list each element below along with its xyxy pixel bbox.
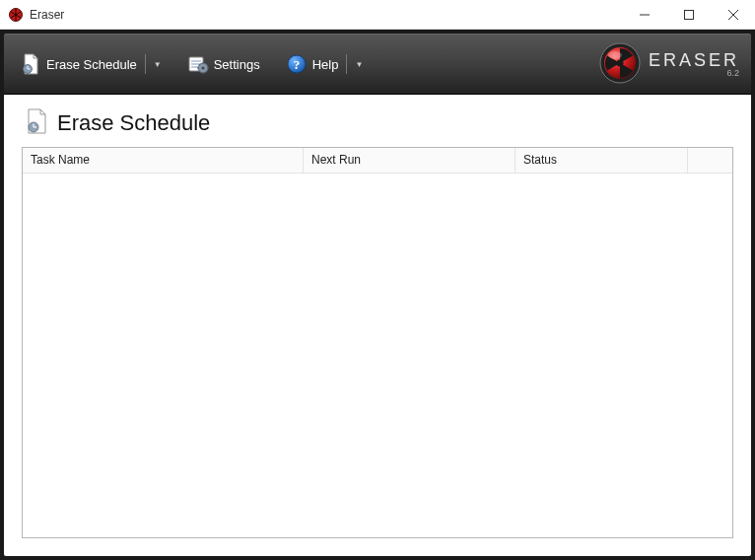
brand-version: 6.2 <box>649 69 739 78</box>
svg-line-20 <box>206 64 207 65</box>
svg-point-13 <box>201 67 204 70</box>
brand: ERASER 6.2 <box>599 42 739 87</box>
svg-text:?: ? <box>293 57 300 72</box>
app-icon <box>8 7 24 23</box>
content-area: Erase Schedule Task Name Next Run Status <box>4 95 751 556</box>
page-header: Erase Schedule <box>22 108 733 137</box>
close-button[interactable] <box>711 0 755 29</box>
column-spacer <box>688 148 732 173</box>
window-controls <box>622 0 755 29</box>
window-title: Eraser <box>30 8 64 22</box>
svg-point-27 <box>608 51 622 59</box>
help-icon: ? <box>286 53 308 75</box>
svg-line-19 <box>206 71 207 72</box>
settings-button[interactable]: Settings <box>183 47 264 81</box>
erase-schedule-label: Erase Schedule <box>46 57 137 72</box>
erase-schedule-icon <box>20 53 41 75</box>
erase-schedule-button[interactable]: Erase Schedule ▼ <box>16 47 166 81</box>
schedule-table: Task Name Next Run Status <box>22 147 733 538</box>
maximize-button[interactable] <box>666 0 711 29</box>
table-body[interactable] <box>23 174 732 537</box>
page-title: Erase Schedule <box>57 110 210 136</box>
settings-icon <box>187 53 209 75</box>
brand-name: ERASER <box>649 51 739 69</box>
dropdown-icon[interactable]: ▼ <box>355 60 363 69</box>
brand-logo-icon <box>599 42 641 87</box>
help-label: Help <box>312 57 339 72</box>
titlebar: Eraser <box>0 0 755 30</box>
column-status[interactable]: Status <box>515 148 688 173</box>
help-button[interactable]: ? Help ▼ <box>282 47 368 81</box>
minimize-button[interactable] <box>622 0 666 29</box>
toolbar: Erase Schedule ▼ <box>4 34 751 95</box>
settings-label: Settings <box>214 57 260 72</box>
page-title-icon <box>26 108 47 137</box>
dropdown-icon[interactable]: ▼ <box>154 60 162 69</box>
svg-point-26 <box>616 59 623 66</box>
svg-rect-2 <box>684 10 693 19</box>
column-next-run[interactable]: Next Run <box>304 148 515 173</box>
app-body: Erase Schedule ▼ <box>0 30 755 560</box>
svg-line-21 <box>199 71 200 72</box>
svg-line-18 <box>199 64 200 65</box>
table-header: Task Name Next Run Status <box>23 148 732 174</box>
column-task-name[interactable]: Task Name <box>23 148 304 173</box>
